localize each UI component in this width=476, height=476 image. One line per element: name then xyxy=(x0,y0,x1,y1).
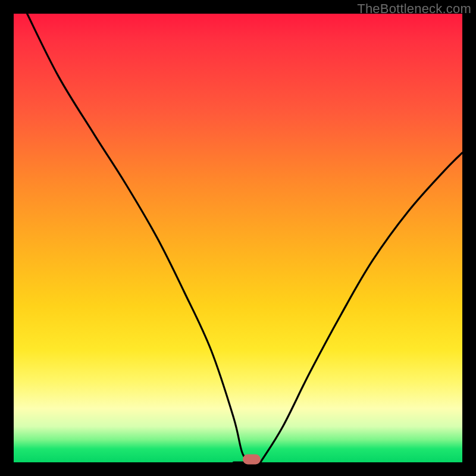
watermark-text: TheBottleneck.com xyxy=(357,1,471,17)
curve-right-branch xyxy=(261,153,462,462)
plot-area xyxy=(14,14,462,462)
curve-left-branch xyxy=(27,14,252,462)
chart-frame: TheBottleneck.com xyxy=(0,0,476,476)
minimum-marker xyxy=(243,455,261,465)
bottleneck-curve xyxy=(14,14,462,462)
